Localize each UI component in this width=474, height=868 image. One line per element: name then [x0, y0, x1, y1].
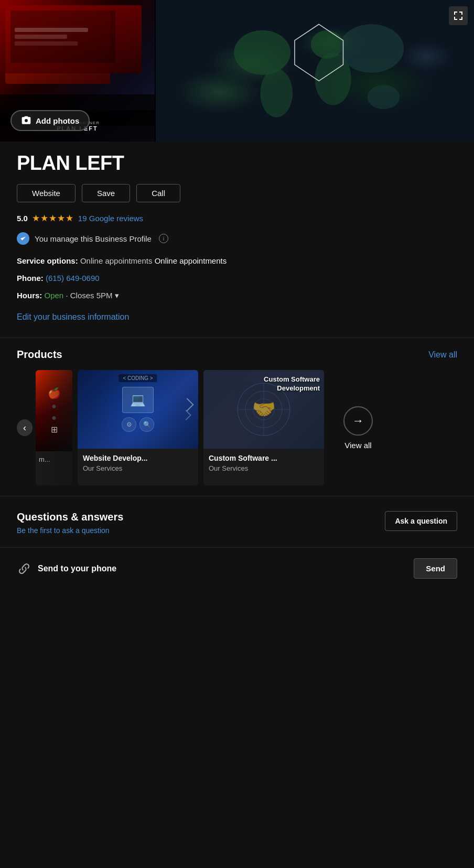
- product-subtitle-2: Our Services: [203, 464, 324, 479]
- website-button[interactable]: Website: [17, 184, 76, 202]
- products-carousel: ‹ 🍎 ● ● ⊞ m... < CODIN: [17, 370, 457, 485]
- business-name: PLAN LEFT: [17, 152, 457, 175]
- product-title-1: Website Develop...: [78, 449, 198, 464]
- right-arrow-icon: →: [352, 414, 364, 428]
- world-map-svg: [156, 0, 474, 142]
- hours-label: Hours:: [17, 291, 42, 300]
- partial-overlay: [36, 370, 72, 485]
- qa-section: Questions & answers Be the first to ask …: [0, 496, 474, 547]
- header-image-right: [156, 0, 474, 142]
- reviews-link[interactable]: 19 Google reviews: [78, 214, 143, 223]
- view-all-arrow-circle[interactable]: →: [343, 406, 373, 436]
- verified-badge: [17, 232, 29, 245]
- expand-icon: [454, 11, 463, 20]
- stars: ★★★★★: [32, 213, 74, 224]
- products-view-all-link[interactable]: View all: [428, 350, 457, 360]
- service-options-row: Service options: Online appointments Onl…: [17, 255, 457, 266]
- product-card-website-dev[interactable]: < CODING > 💻 ⚙ 🔍 Website Develop...: [78, 370, 198, 485]
- carousel-prev-button[interactable]: ‹: [17, 419, 33, 436]
- rating-score: 5.0: [17, 214, 28, 223]
- service-options-text: Online appointments: [155, 256, 227, 265]
- hours-row: Hours: Open · Closes 5PM ▾: [17, 290, 457, 301]
- save-button[interactable]: Save: [82, 184, 130, 202]
- send-left: Send to your phone: [17, 561, 116, 576]
- edit-business-link[interactable]: Edit your business information: [17, 312, 129, 322]
- qa-title: Questions & answers: [17, 511, 123, 523]
- service-options-value: Online appointments: [80, 256, 153, 265]
- phone-row: Phone: (615) 649-0690: [17, 273, 457, 284]
- svg-point-0: [234, 30, 290, 75]
- action-buttons: Website Save Call: [17, 184, 457, 202]
- hours-dropdown-icon[interactable]: ▾: [115, 291, 119, 300]
- hours-status: Open: [45, 291, 64, 300]
- product-subtitle-1: Our Services: [78, 464, 198, 479]
- rating-row: 5.0 ★★★★★ 19 Google reviews: [17, 213, 457, 224]
- send-section: Send to your phone Send: [0, 547, 474, 593]
- managed-text: You manage this Business Profile: [35, 234, 152, 243]
- expand-button[interactable]: [449, 6, 468, 25]
- product-title-2: Custom Software ...: [203, 449, 324, 464]
- product-card-partial-first[interactable]: 🍎 ● ● ⊞ m...: [36, 370, 72, 485]
- products-title: Products: [17, 349, 62, 361]
- send-label: Send to your phone: [38, 564, 116, 573]
- carousel-left: ‹ 🍎 ● ● ⊞ m...: [17, 370, 72, 485]
- svg-point-4: [339, 24, 404, 73]
- view-all-circle-label: View all: [344, 441, 371, 450]
- qa-subtitle[interactable]: Be the first to ask a question: [17, 526, 123, 535]
- send-to-phone-icon: [17, 561, 31, 576]
- products-section: Products View all ‹ 🍎 ● ● ⊞ m...: [0, 338, 474, 496]
- checkmark-icon: [19, 235, 27, 242]
- send-button[interactable]: Send: [414, 558, 457, 579]
- qa-header: Questions & answers Be the first to ask …: [17, 511, 457, 535]
- camera-icon: [21, 115, 31, 126]
- custom-software-overlay-text: Custom SoftwareDevelopment: [264, 375, 320, 393]
- header-images: DIGITAL PARTNER PLAN LEFT: [0, 0, 474, 142]
- call-button[interactable]: Call: [136, 184, 180, 202]
- product-card-custom-software[interactable]: 🤝 Custom SoftwareDevelopment Custom Soft…: [203, 370, 324, 485]
- svg-point-5: [368, 85, 400, 109]
- managed-row: You manage this Business Profile i: [17, 232, 457, 245]
- info-icon[interactable]: i: [159, 234, 168, 243]
- phone-link[interactable]: (615) 649-0690: [46, 274, 100, 283]
- phone-label: Phone:: [17, 274, 44, 283]
- add-photos-button[interactable]: Add photos: [10, 110, 90, 131]
- ask-question-button[interactable]: Ask a question: [385, 511, 457, 531]
- product-image-website-dev: < CODING > 💻 ⚙ 🔍: [78, 370, 198, 449]
- svg-point-1: [260, 69, 293, 117]
- view-all-circle[interactable]: → View all: [329, 370, 387, 485]
- qa-title-group: Questions & answers Be the first to ask …: [17, 511, 123, 535]
- products-header: Products View all: [17, 349, 457, 361]
- business-section: PLAN LEFT Website Save Call 5.0 ★★★★★ 19…: [0, 142, 474, 338]
- product-image-custom-software: 🤝 Custom SoftwareDevelopment: [203, 370, 324, 449]
- coding-label: < CODING >: [118, 374, 157, 382]
- service-options-label: Service options:: [17, 256, 78, 265]
- hours-detail: · Closes 5PM: [66, 291, 112, 300]
